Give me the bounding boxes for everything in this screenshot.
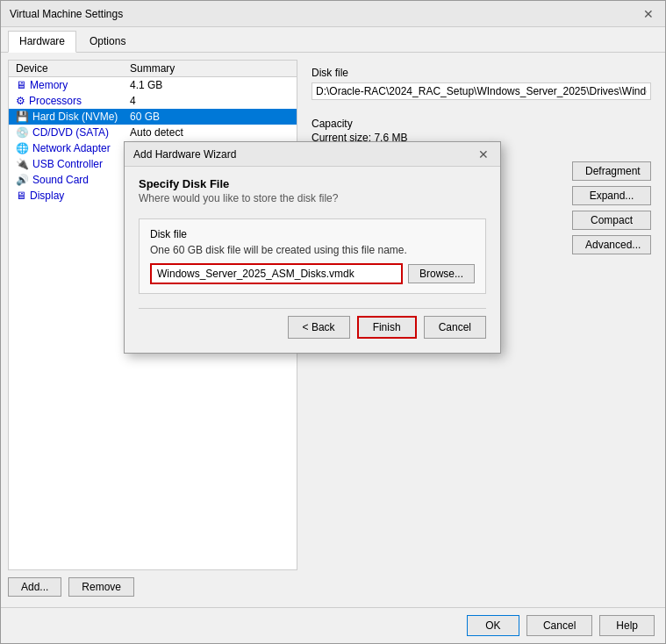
tabs-bar: Hardware Options xyxy=(1,27,665,53)
wizard-file-input[interactable] xyxy=(150,263,403,284)
wizard-finish-button[interactable]: Finish xyxy=(357,316,417,339)
usb-icon: 🔌 xyxy=(16,158,29,170)
tab-hardware[interactable]: Hardware xyxy=(8,31,76,53)
device-summary-processors: 4 xyxy=(130,95,290,107)
defragment-button[interactable]: Defragment xyxy=(572,161,651,181)
advanced-button[interactable]: Advanced... xyxy=(572,235,651,254)
hdd-icon: 💾 xyxy=(16,111,29,123)
device-item-processors[interactable]: ⚙ Processors 4 xyxy=(9,93,297,109)
cancel-button[interactable]: Cancel xyxy=(526,615,592,636)
main-window: Virtual Machine Settings ✕ Hardware Opti… xyxy=(0,0,666,644)
cd-icon: 💿 xyxy=(16,126,29,139)
wizard-footer: < Back Finish Cancel xyxy=(139,308,486,342)
wizard-title-bar: Add Hardware Wizard ✕ xyxy=(125,142,500,167)
device-summary-cddvd: Auto detect xyxy=(130,126,290,139)
wizard-back-button[interactable]: < Back xyxy=(288,316,350,339)
wizard-close-button[interactable]: ✕ xyxy=(476,147,491,162)
device-name-network: Network Adapter xyxy=(32,142,111,154)
device-summary-memory: 4.1 GB xyxy=(130,79,290,91)
device-action-buttons: Add... Remove xyxy=(8,574,297,600)
disk-file-section: Disk file xyxy=(304,60,658,107)
wizard-heading: Specify Disk File xyxy=(139,177,486,190)
cpu-icon: ⚙ xyxy=(16,95,25,107)
title-bar: Virtual Machine Settings ✕ xyxy=(1,1,665,27)
help-button[interactable]: Help xyxy=(599,615,655,636)
capacity-label: Capacity xyxy=(312,118,651,130)
device-list-header: Device Summary xyxy=(9,61,297,77)
device-item-harddisk[interactable]: 💾 Hard Disk (NVMe) 60 GB xyxy=(9,109,297,125)
sound-icon: 🔊 xyxy=(16,174,29,186)
wizard-cancel-button[interactable]: Cancel xyxy=(424,316,486,339)
device-name-memory: Memory xyxy=(30,79,68,91)
net-icon: 🌐 xyxy=(16,142,29,154)
disk-file-input[interactable] xyxy=(312,82,651,100)
add-hardware-button[interactable]: Add... xyxy=(8,577,61,597)
col-summary-header: Summary xyxy=(130,62,290,75)
wizard-browse-button[interactable]: Browse... xyxy=(408,264,475,283)
compact-button[interactable]: Compact xyxy=(572,211,651,230)
wizard-disk-note: One 60 GB disk file will be created usin… xyxy=(150,244,475,256)
window-close-button[interactable]: ✕ xyxy=(641,6,656,22)
ok-button[interactable]: OK xyxy=(467,615,519,636)
device-name-processors: Processors xyxy=(29,95,82,107)
device-name-display: Display xyxy=(30,190,64,202)
device-item-memory[interactable]: 🖥 Memory 4.1 GB xyxy=(9,77,297,93)
disk-file-label: Disk file xyxy=(312,67,651,79)
disk-file-row xyxy=(312,82,651,100)
device-summary-harddisk: 60 GB xyxy=(130,111,290,123)
expand-button[interactable]: Expand... xyxy=(572,186,651,205)
col-device-header: Device xyxy=(16,62,130,75)
wizard-disk-section: Disk file One 60 GB disk file will be cr… xyxy=(139,218,486,294)
window-title: Virtual Machine Settings xyxy=(10,8,123,20)
footer-buttons: OK Cancel Help xyxy=(1,607,665,643)
wizard-title: Add Hardware Wizard xyxy=(133,148,236,161)
device-name-harddisk: Hard Disk (NVMe) xyxy=(32,111,118,123)
wizard-body: Specify Disk File Where would you like t… xyxy=(125,167,500,353)
memory-icon: 🖥 xyxy=(16,79,26,91)
device-name-usb: USB Controller xyxy=(32,158,103,170)
remove-hardware-button[interactable]: Remove xyxy=(68,577,134,597)
device-item-cddvd[interactable]: 💿 CD/DVD (SATA) Auto detect xyxy=(9,125,297,140)
wizard-dialog: Add Hardware Wizard ✕ Specify Disk File … xyxy=(124,141,501,354)
wizard-file-row: Browse... xyxy=(150,263,475,284)
tab-options[interactable]: Options xyxy=(78,31,137,52)
device-name-soundcard: Sound Card xyxy=(32,174,89,186)
display-icon: 🖥 xyxy=(16,190,26,202)
wizard-subheading: Where would you like to store the disk f… xyxy=(139,192,486,204)
device-name-cddvd: CD/DVD (SATA) xyxy=(32,126,109,139)
wizard-disk-label: Disk file xyxy=(150,228,475,240)
